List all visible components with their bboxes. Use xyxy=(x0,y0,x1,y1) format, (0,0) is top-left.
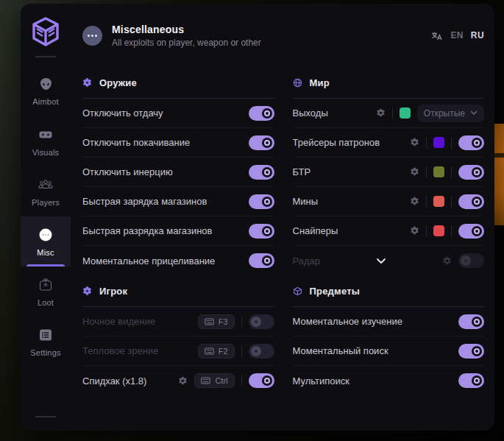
section-мир: МирВыходыОткрытыеТрейсеры патроновБТРМин… xyxy=(293,71,485,275)
hotkey-badge[interactable]: F2 xyxy=(198,344,235,359)
toggle-switch[interactable] xyxy=(249,106,274,121)
chevron-down-icon xyxy=(376,258,386,264)
color-swatch[interactable] xyxy=(433,166,444,177)
hotkey-label: F2 xyxy=(219,347,228,356)
hotkey-badge[interactable]: Ctrl xyxy=(194,373,234,388)
toggle-knob xyxy=(472,167,482,177)
color-swatch[interactable] xyxy=(433,137,444,148)
ellipsis-circle-icon xyxy=(38,227,54,243)
gear-icon[interactable] xyxy=(410,226,419,236)
sidebar-item-aimbot[interactable]: Aimbot xyxy=(21,66,71,116)
toggle-switch[interactable] xyxy=(458,224,484,239)
feature-label: Спидхак (x1.8) xyxy=(82,375,146,387)
sidebar-item-settings[interactable]: Settings xyxy=(21,317,71,367)
alien-icon xyxy=(38,77,54,92)
toggle-switch[interactable] xyxy=(458,135,484,150)
gear-icon[interactable] xyxy=(376,108,386,118)
gear-icon[interactable] xyxy=(178,376,188,386)
feature-row: Снайперы xyxy=(293,216,485,246)
toggle-knob xyxy=(251,317,261,327)
content-columns: ОружиеОтключить отдачуОтключить покачива… xyxy=(82,67,484,431)
row-controls xyxy=(249,194,274,209)
section-header: Мир xyxy=(293,71,485,94)
feature-row: ВыходыОткрытые xyxy=(293,99,485,128)
toggle-switch[interactable] xyxy=(249,253,274,268)
expand-chevron[interactable] xyxy=(320,258,442,264)
gear-icon[interactable] xyxy=(410,167,419,177)
toggle-knob xyxy=(472,346,482,356)
main-panel: Miscellaneous All exploits on player, we… xyxy=(71,4,494,431)
globe-icon xyxy=(293,78,302,88)
toggle-knob xyxy=(461,255,471,266)
row-controls xyxy=(410,135,484,150)
feature-label: Отключить покачивание xyxy=(82,137,190,148)
page-subtitle: All exploits on player, weapon or other xyxy=(112,38,261,48)
color-swatch[interactable] xyxy=(433,225,444,236)
keyboard-icon xyxy=(205,318,214,325)
feature-label: Ночное видение xyxy=(82,316,155,327)
gear-icon[interactable] xyxy=(410,197,419,206)
control-separator xyxy=(392,107,393,119)
feature-label: Тепловое зрение xyxy=(82,345,158,356)
toggle-switch[interactable] xyxy=(458,314,484,329)
control-separator xyxy=(241,316,242,328)
toggle-knob xyxy=(251,346,261,356)
feature-row: Отключить отдачу xyxy=(82,99,274,128)
toggle-switch[interactable] xyxy=(458,194,484,209)
sg-cube-logo xyxy=(29,15,63,49)
toggle-switch[interactable] xyxy=(249,135,274,150)
keyboard-icon xyxy=(201,377,210,384)
row-controls xyxy=(410,165,484,180)
gear-icon[interactable] xyxy=(442,256,452,266)
mode-dropdown[interactable]: Открытые xyxy=(417,105,484,122)
sidebar-item-misc[interactable]: Misc xyxy=(21,216,71,267)
toggle-switch[interactable] xyxy=(458,253,484,268)
toggle-switch[interactable] xyxy=(458,373,484,388)
control-separator xyxy=(451,137,452,149)
toggle-switch[interactable] xyxy=(249,344,274,359)
gear-icon[interactable] xyxy=(410,138,419,147)
sidebar: AimbotVisualsPlayersMiscLootSettings xyxy=(21,4,71,431)
feature-label: Моментальное прицеливание xyxy=(82,255,215,267)
sidebar-item-visuals[interactable]: Visuals xyxy=(21,116,71,166)
toggle-switch[interactable] xyxy=(249,314,274,329)
feature-row: Тепловое зрениеF2 xyxy=(82,336,274,366)
sidebar-item-label: Visuals xyxy=(32,148,60,157)
section-title: Предметы xyxy=(310,286,361,297)
color-swatch[interactable] xyxy=(433,196,444,207)
section-оружие: ОружиеОтключить отдачуОтключить покачива… xyxy=(82,71,274,275)
sidebar-item-label: Aimbot xyxy=(32,97,58,106)
color-swatch[interactable] xyxy=(400,107,411,119)
feature-row: Моментальный поиск xyxy=(293,336,485,366)
toggle-knob xyxy=(262,226,272,236)
sidebar-item-loot[interactable]: Loot xyxy=(21,267,71,317)
feature-label: Мины xyxy=(293,196,319,207)
section-title: Оружие xyxy=(99,77,137,88)
toggle-switch[interactable] xyxy=(458,344,484,359)
row-controls xyxy=(442,253,484,268)
toggle-switch[interactable] xyxy=(249,165,274,180)
toggle-switch[interactable] xyxy=(249,224,274,239)
language-option-ru[interactable]: RU xyxy=(471,30,484,40)
page-titles: Miscellaneous All exploits on player, we… xyxy=(112,24,261,48)
section-header: Оружие xyxy=(82,71,274,94)
feature-row: Ночное видениеF3 xyxy=(82,307,274,336)
hotkey-label: F3 xyxy=(219,317,228,326)
feature-row: Моментальное прицеливание xyxy=(82,246,274,275)
hotkey-badge[interactable]: F3 xyxy=(198,314,235,329)
toggle-switch[interactable] xyxy=(249,373,274,388)
feature-row: Мины xyxy=(293,187,485,216)
feature-label: Быстрая разрядка магазинов xyxy=(82,225,212,236)
chevron-down-small-icon xyxy=(470,110,478,116)
feature-label: Быстрая зарядка магазинов xyxy=(82,196,207,207)
sidebar-item-players[interactable]: Players xyxy=(21,166,71,216)
sidebar-item-label: Loot xyxy=(38,298,54,307)
row-controls: F2 xyxy=(198,344,274,359)
people-group-icon xyxy=(38,177,54,193)
feature-row: Отключить инерцию xyxy=(82,158,274,187)
row-controls: F3 xyxy=(198,314,274,329)
toggle-switch[interactable] xyxy=(249,194,274,209)
toggle-switch[interactable] xyxy=(458,165,484,180)
language-option-en[interactable]: EN xyxy=(450,30,463,40)
control-separator xyxy=(451,196,452,208)
